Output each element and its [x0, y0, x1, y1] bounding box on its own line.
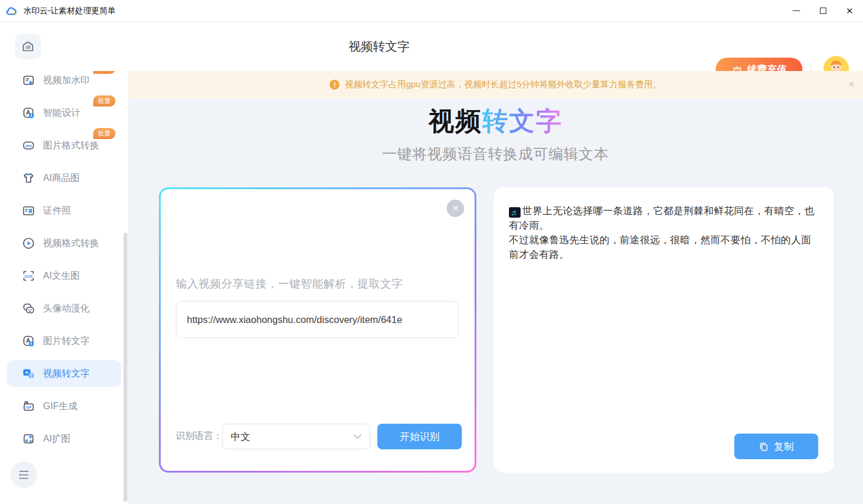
sidebar-scrollbar-thumb[interactable] [123, 233, 128, 502]
close-icon: ✕ [846, 6, 854, 15]
card-close-button[interactable]: ✕ [447, 200, 464, 217]
minimize-button[interactable] [783, 1, 809, 21]
music-score-icon: ♬ [509, 207, 521, 218]
maximize-icon [820, 8, 826, 14]
copy-label: 复制 [774, 440, 794, 453]
maximize-button[interactable] [809, 1, 836, 21]
sidebar-item-label: 视频转文字 [43, 368, 90, 380]
sidebar-item-gif-generate[interactable]: GIF GIF生成 [7, 393, 121, 420]
video-watermark-icon [22, 74, 35, 87]
avatar-anime-icon [22, 302, 35, 315]
batch-badge: 批量 [93, 71, 115, 74]
window-title: 水印云-让素材处理更简单 [23, 6, 116, 16]
sidebar-item-smart-design[interactable]: 智能设计 批量 [7, 100, 121, 126]
warning-icon: ! [330, 80, 339, 90]
sidebar-item-video-format[interactable]: 视频格式转换 [7, 230, 121, 257]
minimize-icon [793, 10, 800, 11]
sidebar-item-ai-product[interactable]: AI商品图 [7, 165, 121, 191]
notice-banner: ! 视频转文字占用gpu资源过高，视频时长超过5分钟将额外收取少量算力服务费用。… [128, 71, 863, 98]
upload-card: ✕ 输入视频分享链接，一键智能解析，提取文字 识别语言： 中文 开始识别 [159, 187, 476, 473]
ai-expand-icon: AI [22, 432, 35, 445]
sidebar-item-label: AI文生图 [43, 270, 80, 282]
sidebar-item-image-to-text[interactable]: 图片转文字 [7, 328, 121, 354]
sidebar-item-avatar-anime[interactable]: 头像动漫化 [7, 295, 121, 322]
collapse-menu-icon [17, 470, 30, 480]
language-value: 中文 [231, 430, 250, 443]
svg-text:GIF: GIF [26, 406, 31, 409]
video-url-input[interactable] [176, 301, 459, 338]
id-photo-icon [22, 204, 35, 217]
sidebar-item-label: 视频格式转换 [43, 237, 99, 250]
sidebar-item-video-to-text[interactable]: T 视频转文字 [7, 360, 121, 387]
sidebar-item-video-watermark[interactable]: 视频加水印 批量 [7, 71, 121, 94]
sidebar: 视频加水印 批量 智能设计 批量 JPG 图片格式转换 批量 [0, 71, 128, 504]
sidebar-item-label: AI商品图 [43, 172, 80, 184]
svg-text:AI: AI [29, 439, 33, 443]
link-hint-text: 输入视频分享链接，一键智能解析，提取文字 [176, 276, 403, 292]
main-content: ! 视频转文字占用gpu资源过高，视频时长超过5分钟将额外收取少量算力服务费用。… [128, 71, 863, 504]
sidebar-item-label: 证件照 [43, 205, 71, 217]
chevron-down-icon [353, 434, 362, 439]
sidebar-item-ai-text-to-image[interactable]: OCR AI文生图 [7, 262, 121, 289]
sidebar-item-label: 视频加水印 [43, 74, 90, 87]
banner-text: 视频转文字占用gpu资源过高，视频时长超过5分钟将额外收取少量算力服务费用。 [345, 79, 661, 90]
sidebar-item-label: 图片转文字 [43, 335, 90, 347]
smart-design-icon [22, 107, 35, 119]
video-format-icon [22, 237, 35, 250]
image-format-icon: JPG [22, 139, 35, 152]
app-logo-cloud-icon [6, 6, 19, 16]
hero-title: 视频转文字 [128, 106, 863, 136]
sidebar-item-label: 图片格式转换 [43, 140, 99, 152]
copy-button[interactable]: 复制 [734, 434, 818, 459]
sidebar-item-image-format[interactable]: JPG 图片格式转换 批量 [7, 132, 121, 159]
result-line-2: 不过就像鲁迅先生说的，前途很远，很暗，然而不要怕，不怕的人面前才会有路。 [509, 233, 816, 262]
ai-product-icon [22, 172, 35, 184]
page-title: 视频转文字 [0, 22, 758, 71]
start-recognition-button[interactable]: 开始识别 [377, 424, 462, 449]
image-to-text-icon [22, 335, 35, 347]
hero-title-primary: 视频 [429, 107, 482, 135]
result-line-1: 世界上无论选择哪一条道路，它都是荆棘和鲜花同在，有晴空，也有冷雨。 [509, 205, 815, 231]
video-to-text-icon: T [22, 367, 35, 380]
language-row: 识别语言： 中文 开始识别 [176, 424, 461, 449]
banner-close-button[interactable]: ✕ [848, 80, 855, 89]
sidebar-item-label: GIF生成 [43, 400, 77, 413]
result-card: ♬世界上无论选择哪一条道路，它都是荆棘和鲜花同在，有晴空，也有冷雨。 不过就像鲁… [494, 187, 834, 473]
sidebar-collapse-button[interactable] [10, 462, 37, 488]
sidebar-item-id-photo[interactable]: 证件照 [7, 197, 121, 224]
sidebar-item-label: 智能设计 [43, 107, 80, 119]
hero-subtitle: 一键将视频语音转换成可编辑文本 [128, 144, 863, 164]
close-window-button[interactable]: ✕ [836, 1, 863, 21]
sidebar-item-ai-expand[interactable]: AI AI扩图 [7, 425, 121, 452]
svg-text:JPG: JPG [25, 144, 33, 148]
language-select[interactable]: 中文 [222, 424, 370, 449]
sidebar-item-label: AI扩图 [43, 433, 70, 445]
titlebar: 水印云-让素材处理更简单 ✕ [0, 0, 863, 22]
result-text: ♬世界上无论选择哪一条道路，它都是荆棘和鲜花同在，有晴空，也有冷雨。 不过就像鲁… [494, 187, 834, 262]
copy-icon [759, 442, 769, 452]
language-label: 识别语言： [176, 430, 222, 442]
svg-text:T: T [30, 374, 33, 378]
gif-icon: GIF [22, 400, 35, 413]
batch-badge: 批量 [93, 95, 115, 107]
batch-badge: 批量 [93, 128, 115, 139]
hero-title-gradient: 转文字 [482, 107, 563, 135]
ai-text-to-image-icon: OCR [22, 269, 35, 282]
sidebar-item-label: 头像动漫化 [43, 303, 90, 315]
header: 视频转文字 续费充值 [0, 22, 863, 71]
svg-text:OCR: OCR [24, 275, 33, 278]
